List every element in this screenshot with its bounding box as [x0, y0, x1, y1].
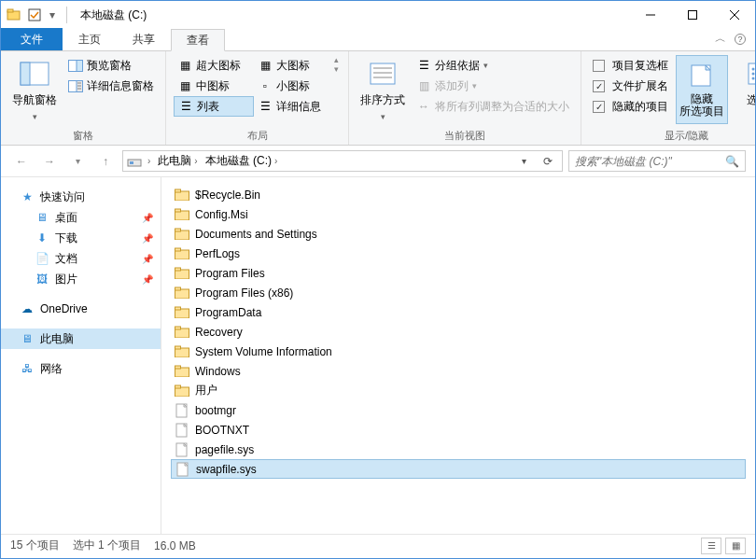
folder-icon [175, 364, 189, 379]
qat-dropdown-icon[interactable]: ▾ [48, 7, 57, 22]
file-name: 用户 [195, 383, 217, 398]
ribbon-group-layout: ▦超大图标 ▦大图标 ▦中图标 ▫小图标 ☰列表 ☰详细信息 ▴▾ 布局 [166, 51, 349, 145]
svg-rect-40 [175, 307, 181, 310]
tab-file[interactable]: 文件 [1, 28, 63, 50]
hide-selected-button[interactable]: 隐藏 所选项目 [676, 55, 728, 124]
tree-desktop[interactable]: 🖥桌面📌 [1, 207, 161, 228]
details-pane-button[interactable]: 详细信息窗格 [64, 76, 158, 96]
svg-rect-4 [688, 11, 696, 20]
group-label: 当前视图 [357, 127, 573, 143]
ribbon-collapse-button[interactable]: ︿ ? [706, 27, 755, 50]
file-name: System Volume Information [195, 345, 332, 358]
file-icon [175, 403, 189, 418]
file-row[interactable]: Recovery [171, 322, 746, 342]
file-row[interactable]: swapfile.sys [171, 459, 746, 479]
layout-small[interactable]: ▫小图标 [254, 76, 329, 96]
navigation-pane-button[interactable]: 导航窗格 ▾ [8, 55, 61, 124]
tab-share[interactable]: 共享 [117, 28, 171, 50]
refresh-button[interactable]: ⟳ [538, 151, 558, 171]
file-row[interactable]: $Recycle.Bin [171, 185, 746, 204]
tree-network[interactable]: 🖧网络 [1, 358, 161, 379]
back-button[interactable]: ← [10, 150, 33, 173]
main-area: ★快速访问 🖥桌面📌 ⬇下载📌 📄文档📌 🖼图片📌 ☁OneDrive 🖥此电脑… [1, 177, 755, 534]
search-icon: 🔍 [725, 155, 739, 168]
view-details-button[interactable]: ☰ [701, 538, 721, 554]
add-col-icon: ▥ [416, 78, 431, 93]
folder-icon [175, 384, 189, 398]
preview-pane-button[interactable]: 预览窗格 [64, 55, 158, 76]
view-icons-button[interactable]: ▦ [725, 538, 746, 554]
layout-medium[interactable]: ▦中图标 [174, 76, 254, 96]
onedrive-icon: ☁ [20, 301, 35, 316]
search-input[interactable] [575, 155, 725, 168]
tree-pictures[interactable]: 🖼图片📌 [1, 269, 161, 289]
file-row[interactable]: bootmgr [171, 400, 746, 420]
file-row[interactable]: Program Files [171, 263, 746, 283]
navigation-tree[interactable]: ★快速访问 🖥桌面📌 ⬇下载📌 📄文档📌 🖼图片📌 ☁OneDrive 🖥此电脑… [1, 177, 161, 534]
search-box[interactable]: 🔍 [568, 150, 746, 172]
svg-point-22 [752, 68, 755, 71]
tab-home[interactable]: 主页 [63, 28, 117, 50]
ribbon: 导航窗格 ▾ 预览窗格 详细信息窗格 窗格 ▦超大图标 ▦大图标 [1, 51, 755, 146]
sort-by-button[interactable]: 排序方式 ▾ [357, 55, 409, 124]
group-label: 布局 [174, 127, 341, 143]
separator [66, 7, 67, 23]
qat-checkbox-icon[interactable] [27, 7, 42, 22]
options-button[interactable]: 选项 ▾ [732, 55, 756, 124]
file-name: Program Files [195, 267, 265, 280]
folder-icon [175, 286, 189, 300]
minimize-button[interactable] [629, 2, 671, 29]
tree-documents[interactable]: 📄文档📌 [1, 248, 161, 269]
layout-large[interactable]: ▦大图标 [254, 55, 329, 76]
file-name: Windows [195, 365, 241, 378]
drive-icon [127, 154, 142, 169]
pictures-icon: 🖼 [35, 272, 49, 286]
status-size: 16.0 MB [154, 539, 196, 552]
file-row[interactable]: BOOTNXT [171, 420, 746, 440]
recent-dropdown[interactable]: ▾ [66, 150, 89, 173]
tab-view[interactable]: 查看 [171, 29, 225, 51]
pc-icon: 🖥 [20, 331, 35, 346]
svg-rect-2 [29, 9, 40, 21]
tree-this-pc[interactable]: 🖥此电脑 [1, 328, 161, 349]
up-button[interactable]: ↑ [94, 150, 117, 173]
maximize-button[interactable] [671, 2, 713, 29]
pin-icon: 📌 [142, 274, 153, 285]
file-name: bootmgr [195, 404, 236, 417]
file-row[interactable]: 用户 [171, 381, 746, 400]
address-dropdown[interactable]: ▾ [513, 151, 534, 171]
options-icon [743, 59, 756, 89]
hidden-items-toggle[interactable]: ✓隐藏的项目 [589, 96, 672, 117]
layout-details[interactable]: ☰详细信息 [254, 96, 329, 117]
file-list[interactable]: $Recycle.BinConfig.MsiDocuments and Sett… [161, 177, 755, 534]
add-columns-button[interactable]: ▥添加列 ▾ [413, 76, 573, 96]
file-row[interactable]: Documents and Settings [171, 224, 746, 244]
forward-button[interactable]: → [38, 150, 61, 173]
status-item-count: 15 个项目 [10, 538, 60, 553]
tree-downloads[interactable]: ⬇下载📌 [1, 228, 161, 248]
file-row[interactable]: Windows [171, 361, 746, 381]
layout-list[interactable]: ☰列表 [174, 96, 254, 117]
ribbon-group-current-view: 排序方式 ▾ ☰分组依据 ▾ ▥添加列 ▾ ↔将所有列调整为合适的大小 当前视图 [349, 51, 581, 145]
folder-icon [175, 207, 189, 222]
layout-expand[interactable]: ▴▾ [332, 55, 341, 74]
file-ext-toggle[interactable]: ✓文件扩展名 [589, 76, 672, 96]
group-by-button[interactable]: ☰分组依据 ▾ [413, 55, 573, 76]
breadcrumb-drive[interactable]: 本地磁盘 (C:) › [203, 153, 280, 169]
layout-extra-large[interactable]: ▦超大图标 [174, 55, 254, 76]
address-bar[interactable]: › 此电脑 › 本地磁盘 (C:) › ▾ ⟳ [122, 150, 563, 172]
file-row[interactable]: Config.Msi [171, 204, 746, 224]
file-row[interactable]: Program Files (x86) [171, 283, 746, 302]
tree-onedrive[interactable]: ☁OneDrive [1, 299, 161, 319]
item-checkboxes-toggle[interactable]: 项目复选框 [589, 55, 672, 76]
file-row[interactable]: PerfLogs [171, 244, 746, 263]
close-button[interactable] [713, 2, 755, 29]
file-row[interactable]: pagefile.sys [171, 440, 746, 459]
breadcrumb-this-pc[interactable]: 此电脑 › [156, 153, 199, 169]
documents-icon: 📄 [35, 251, 49, 266]
file-row[interactable]: System Volume Information [171, 342, 746, 361]
tree-quick-access[interactable]: ★快速访问 [1, 187, 161, 207]
file-row[interactable]: ProgramData [171, 302, 746, 322]
fit-columns-button[interactable]: ↔将所有列调整为合适的大小 [413, 96, 573, 117]
navigation-pane-icon [20, 59, 49, 89]
